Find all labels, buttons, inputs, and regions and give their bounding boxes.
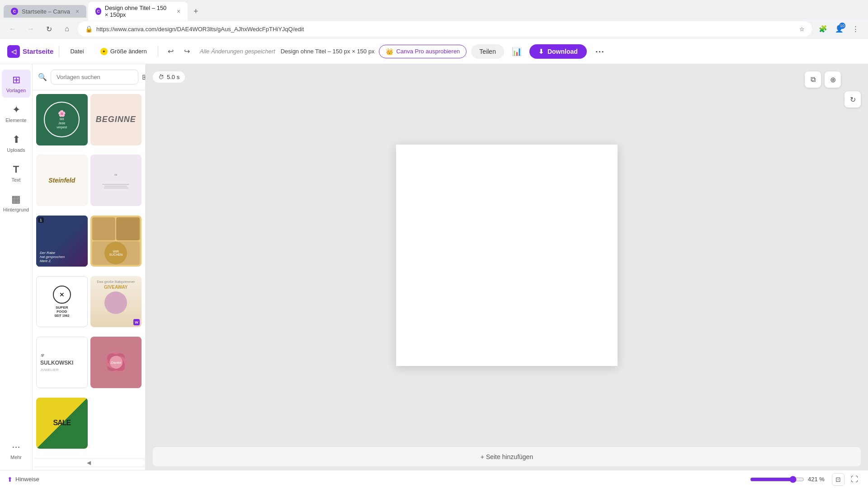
separator-1: [59, 46, 59, 57]
sidebar-item-text[interactable]: T Text: [2, 159, 31, 187]
tab-2-label: Design ohne Titel – 150 × 150px: [105, 5, 171, 18]
template-text-dark: Der Rabehat gesprochenMarie Z.: [40, 251, 65, 263]
template-text-superfood: SUPERFOODSEIT 1982: [54, 305, 69, 318]
separator-2: [158, 46, 158, 57]
more-options-button[interactable]: ⋯: [591, 43, 608, 60]
zoom-fit-button[interactable]: ⊡: [832, 473, 844, 486]
file-button[interactable]: Datei: [65, 45, 89, 57]
gold-circle: WIRSUCHEN: [104, 242, 127, 264]
new-tab-button[interactable]: +: [189, 5, 202, 18]
sidebar-icons: ⊞ Vorlagen ✦ Elemente ⬆ Uploads T Text ▦…: [0, 64, 33, 470]
template-text-sale: SALE: [53, 419, 71, 427]
canva-app: ◁ Startseite Datei ✦ Größe ändern ↩ ↪ Al…: [0, 39, 868, 488]
collapse-icon: ◀: [87, 460, 91, 466]
analytics-button[interactable]: 📊: [509, 43, 525, 60]
template-logo: ✾: [40, 353, 44, 358]
download-button[interactable]: ⬇ Download: [529, 44, 587, 59]
resize-button[interactable]: ✦ Größe ändern: [95, 45, 152, 58]
download-label: Download: [547, 48, 578, 55]
duplicate-page-button[interactable]: ⧉: [805, 71, 821, 88]
tab-1[interactable]: C Startseite – Canva ×: [4, 5, 86, 18]
share-button[interactable]: Teilen: [471, 44, 504, 59]
file-label: Datei: [70, 48, 84, 55]
template-item[interactable]: WIRSUCHEN: [90, 216, 142, 267]
search-bar: 🔍 ⊞: [33, 64, 145, 90]
home-button[interactable]: ⌂: [60, 22, 74, 36]
account-button[interactable]: 👤 10: [832, 22, 846, 36]
template-panel: 🔍 ⊞ 🌸 MitJedeverpest BEGINNE: [33, 64, 146, 470]
zoom-value: 421 %: [808, 476, 828, 483]
tab-2[interactable]: C Design ohne Titel – 150 × 150px ×: [88, 2, 188, 21]
hints-button[interactable]: ⬆ Hinweise: [7, 476, 39, 483]
template-item[interactable]: ": [90, 155, 142, 206]
tab-1-close[interactable]: ×: [75, 8, 79, 15]
design-name: Design ohne Titel – 150 px × 150 px: [281, 48, 375, 55]
sidebar-item-elemente[interactable]: ✦ Elemente: [2, 99, 31, 127]
forward-button[interactable]: →: [24, 22, 38, 36]
template-item[interactable]: Der Rabehat gesprochenMarie Z. 1: [36, 216, 88, 267]
collapse-panel-button[interactable]: ◀: [33, 459, 145, 466]
fullscreen-button[interactable]: ⛶: [848, 473, 861, 486]
canvas-page[interactable]: [396, 145, 618, 366]
timer-icon: ⏱: [158, 74, 164, 80]
add-page-label: + Seite hinzufügen: [481, 453, 533, 460]
templates-icon: ⊞: [12, 74, 20, 86]
status-bar: ⬆ Hinweise 421 % ⊡ ⛶: [0, 470, 868, 488]
search-input[interactable]: [51, 70, 138, 84]
vorlagen-label: Vorlagen: [6, 88, 26, 93]
zoom-slider[interactable]: [750, 476, 804, 483]
tab-2-close[interactable]: ×: [177, 8, 180, 15]
home-button[interactable]: ◁ Startseite: [7, 45, 53, 58]
uploads-icon: ⬆: [12, 134, 20, 145]
menu-button[interactable]: ⋮: [848, 22, 863, 36]
text-label: Text: [11, 177, 20, 183]
redo-button[interactable]: ↪: [180, 44, 194, 59]
template-item[interactable]: Danke: [90, 337, 142, 388]
template-circle: ✕: [53, 286, 71, 304]
canvas-toolbar: ⧉ ⊕ ↻: [805, 71, 861, 108]
tab-favicon-2: C: [95, 8, 101, 15]
zoom-controls: 421 % ⊡ ⛶: [750, 473, 861, 486]
lock-icon: 🔒: [85, 25, 93, 33]
add-page-button[interactable]: + Seite hinzufügen: [153, 446, 861, 466]
elemente-label: Elemente: [5, 117, 26, 123]
back-icon: ←: [9, 25, 16, 33]
template-item[interactable]: Steinfeld: [36, 155, 88, 206]
topbar: ◁ Startseite Datei ✦ Größe ändern ↩ ↪ Al…: [0, 39, 868, 64]
sidebar-item-hintergrund[interactable]: ▦ Hintergrund: [2, 189, 31, 217]
canvas-area: ⧉ ⊕ ↻ ⏱ 5.0 s + Seite hinzufüg: [146, 64, 868, 470]
template-subtitle: JUWELIER: [40, 368, 58, 372]
hints-label: Hinweise: [15, 476, 39, 483]
sun-icon: ✦: [100, 48, 108, 55]
sidebar-item-mehr[interactable]: ··· Mehr: [2, 436, 31, 465]
star-icon: ☆: [799, 26, 805, 33]
canva-pro-button[interactable]: 👑 Canva Pro ausprobieren: [379, 45, 467, 58]
arrange-icon: ⊕: [830, 75, 836, 84]
template-item[interactable]: BEGINNE: [90, 94, 142, 145]
sidebar-item-vorlagen[interactable]: ⊞ Vorlagen: [2, 70, 31, 98]
filter-button[interactable]: ⊞: [142, 70, 146, 84]
template-item[interactable]: Das große Babyzimmer GIVEAWAY W: [90, 276, 142, 328]
template-item[interactable]: SALE: [36, 398, 88, 449]
template-item[interactable]: ✾ SULKOWSKI JUWELIER: [36, 337, 88, 388]
undo-icon: ↩: [168, 47, 174, 56]
sidebar-item-uploads[interactable]: ⬆ Uploads: [2, 129, 31, 157]
template-item[interactable]: 🌸 MitJedeverpest: [36, 94, 88, 145]
resize-label: Größe ändern: [110, 48, 147, 55]
back-button[interactable]: ←: [5, 22, 20, 36]
refresh-button[interactable]: ↻: [42, 22, 56, 36]
topbar-right: Design ohne Titel – 150 px × 150 px 👑 Ca…: [281, 43, 608, 60]
mehr-label: Mehr: [10, 455, 22, 460]
tab-1-label: Startseite – Canva: [22, 8, 70, 15]
background-icon: ▦: [11, 193, 21, 205]
template-name: SULKOWSKI: [40, 360, 73, 366]
extensions-button[interactable]: 🧩: [816, 22, 830, 36]
animate-button[interactable]: ↻: [844, 91, 861, 108]
address-bar[interactable]: 🔒 https://www.canva.com/design/DAE4WOR3l…: [78, 21, 812, 37]
animate-icon: ↻: [850, 95, 856, 104]
timer-value: 5.0 s: [167, 74, 179, 80]
undo-button[interactable]: ↩: [164, 44, 178, 59]
arrange-button[interactable]: ⊕: [825, 71, 841, 88]
address-text: https://www.canva.com/design/DAE4WOR3lts…: [96, 26, 796, 33]
template-item[interactable]: ✕ SUPERFOODSEIT 1982: [36, 276, 88, 328]
